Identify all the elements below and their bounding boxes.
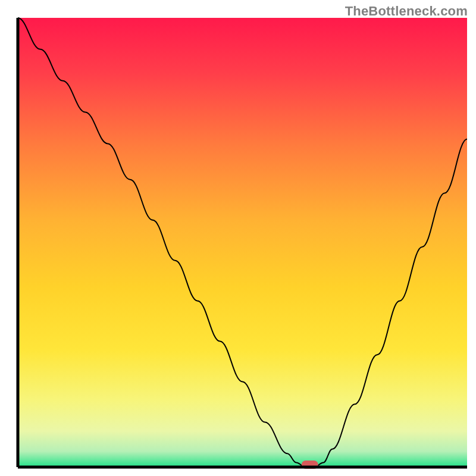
bottleneck-chart <box>0 0 476 476</box>
gradient-background <box>18 18 467 467</box>
watermark-text: TheBottleneck.com <box>345 4 468 19</box>
chart-container: TheBottleneck.com <box>0 0 476 476</box>
